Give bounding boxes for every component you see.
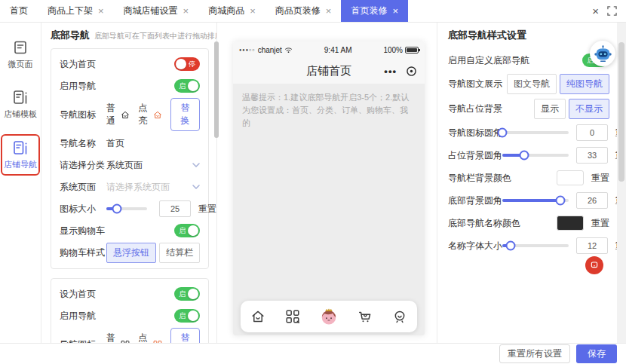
phone-bottom-nav bbox=[241, 301, 417, 332]
nav-item-card-2: 设为首页 启 启用导航 启 导航图标 普通 点亮 替换 bbox=[51, 278, 209, 343]
bottom-radius-input[interactable] bbox=[576, 192, 608, 209]
category-grid-icon-lit bbox=[152, 335, 163, 344]
lit-state-label: 点亮 bbox=[138, 102, 148, 127]
category-grid-icon[interactable] bbox=[284, 308, 301, 325]
icon-radius-slider[interactable] bbox=[502, 131, 569, 134]
icon-size-input[interactable] bbox=[159, 200, 191, 217]
chevron-down-icon[interactable] bbox=[192, 163, 200, 167]
set-home-toggle[interactable]: 启 bbox=[174, 287, 200, 301]
sidebar-item-micro-page[interactable]: 微页面 bbox=[6, 35, 35, 75]
enable-nav-toggle[interactable]: 启 bbox=[174, 79, 200, 93]
miniprogram-capsule: ••• bbox=[384, 58, 417, 84]
tab-mall-shop-settings[interactable]: 商城店铺设置× bbox=[114, 0, 199, 22]
slider-knob[interactable] bbox=[498, 128, 508, 138]
set-home-toggle[interactable]: 停 bbox=[174, 57, 200, 71]
set-home-label: 设为首页 bbox=[60, 288, 106, 301]
name-font-size-input[interactable] bbox=[576, 237, 608, 254]
display-mode-text-image-option[interactable]: 图文导航 bbox=[507, 74, 557, 94]
close-tab-icon[interactable]: × bbox=[98, 6, 104, 16]
placeholder-bg-show-option[interactable]: 显示 bbox=[534, 99, 566, 119]
nav-item-card-1: 设为首页 停 启用导航 启 导航图标 普通 点亮 替换 bbox=[51, 48, 209, 269]
cart-style-floating-option[interactable]: 悬浮按钮 bbox=[106, 243, 156, 263]
assistant-robot-avatar[interactable] bbox=[590, 41, 615, 66]
bottom-nav-list-panel: 底部导航 底部导航可在下面列表中进行拖动排序 设为首页 停 启用导航 启 导航图… bbox=[41, 23, 217, 343]
reset-button[interactable]: 重置 bbox=[591, 217, 609, 230]
cart-style-label: 购物车样式 bbox=[60, 246, 106, 259]
feedback-icon bbox=[588, 259, 600, 271]
window-close-icon[interactable]: × bbox=[592, 5, 599, 17]
signal-dots-icon: ●●●○○ bbox=[239, 47, 256, 52]
cart-icon[interactable] bbox=[357, 308, 373, 325]
close-tab-icon[interactable]: × bbox=[326, 6, 332, 16]
icon-radius-input[interactable] bbox=[576, 124, 608, 141]
close-tab-icon[interactable]: × bbox=[250, 6, 256, 16]
tab-product-page-decoration[interactable]: 商品页装修× bbox=[265, 0, 342, 22]
battery-icon bbox=[405, 47, 419, 54]
replace-icon-button[interactable]: 替换 bbox=[170, 328, 200, 343]
chevron-down-icon[interactable] bbox=[192, 185, 200, 189]
panel-subtitle: 底部导航可在下面列表中进行拖动排序 bbox=[94, 31, 217, 41]
tab-bar: 首页 商品上下架× 商城店铺设置× 商城商品× 商品页装修× 首页装修× × bbox=[0, 0, 626, 23]
home-icon[interactable] bbox=[250, 308, 266, 325]
sidebar-item-shop-template[interactable]: 店铺模板 bbox=[2, 84, 39, 124]
robot-icon bbox=[593, 44, 613, 64]
feedback-float-button[interactable] bbox=[585, 256, 603, 274]
capsule-target-icon[interactable] bbox=[406, 66, 417, 77]
close-tab-icon[interactable]: × bbox=[183, 6, 189, 16]
nav-name-color-swatch[interactable] bbox=[557, 216, 584, 231]
icon-size-slider[interactable] bbox=[106, 207, 147, 210]
enable-custom-nav-label: 启用自定义底部导航 bbox=[448, 54, 582, 67]
reset-button[interactable]: 重置 bbox=[198, 203, 216, 216]
shop-template-icon bbox=[12, 89, 29, 106]
style-panel-title: 底部导航样式设置 bbox=[448, 29, 612, 42]
phone-preview-area: ●●●○○ chanjet 9:41 AM 100% 店铺首页 ••• bbox=[217, 23, 437, 343]
nav-name-value[interactable]: 首页 bbox=[106, 137, 124, 150]
save-button[interactable]: 保存 bbox=[576, 344, 617, 363]
window-scrollbar-thumb[interactable] bbox=[618, 42, 624, 182]
reset-all-settings-button[interactable]: 重置所有设置 bbox=[499, 344, 570, 363]
tab-goods-listing[interactable]: 商品上下架× bbox=[38, 0, 114, 22]
phone-status-bar: ●●●○○ chanjet 9:41 AM 100% bbox=[233, 41, 425, 58]
tab-homepage-decoration[interactable]: 首页装修× bbox=[341, 0, 408, 22]
close-tab-icon[interactable]: × bbox=[392, 6, 398, 16]
placeholder-radius-input[interactable] bbox=[576, 147, 608, 164]
battery-percent: 100% bbox=[383, 46, 403, 54]
bottom-nav-style-panel: 底部导航样式设置 启用自定义底部导航 启 导航图文展示 图文导航 纯图导航 导航… bbox=[437, 23, 617, 343]
category-select-value[interactable]: 系统页面 bbox=[106, 159, 143, 172]
status-time: 9:41 AM bbox=[324, 46, 352, 54]
placeholder-radius-slider[interactable] bbox=[502, 154, 569, 157]
show-cart-toggle[interactable]: 启 bbox=[174, 224, 200, 237]
profile-icon[interactable] bbox=[391, 308, 408, 325]
slider-knob[interactable] bbox=[112, 204, 121, 214]
system-page-select[interactable]: 请选择系统页面 bbox=[106, 181, 170, 194]
fullscreen-icon[interactable] bbox=[607, 6, 617, 16]
shop-navigation-icon bbox=[12, 139, 29, 156]
slider-knob[interactable] bbox=[506, 241, 516, 251]
replace-icon-button[interactable]: 替换 bbox=[170, 98, 200, 131]
carrier-text: chanjet bbox=[258, 46, 282, 54]
tab-mall-goods[interactable]: 商城商品× bbox=[198, 0, 265, 22]
display-mode-image-only-option[interactable]: 纯图导航 bbox=[560, 74, 609, 94]
icon-size-label: 图标大小 bbox=[60, 203, 106, 216]
cart-style-settle-option[interactable]: 结算栏 bbox=[159, 243, 200, 263]
more-dots-icon[interactable]: ••• bbox=[384, 66, 397, 76]
slider-knob[interactable] bbox=[555, 196, 565, 206]
phone-page-title: 店铺首页 bbox=[306, 64, 351, 78]
sidebar-item-shop-navigation[interactable]: 店铺导航 bbox=[1, 134, 40, 176]
bottom-radius-slider[interactable] bbox=[502, 199, 569, 202]
name-font-size-slider[interactable] bbox=[502, 244, 569, 247]
avatar-image[interactable] bbox=[319, 307, 339, 326]
navbar-bg-color-swatch[interactable] bbox=[557, 170, 584, 185]
lit-state-label: 点亮 bbox=[138, 332, 148, 343]
slider-knob[interactable] bbox=[520, 151, 529, 161]
category-select-label: 请选择分类 bbox=[60, 159, 106, 172]
window-scrollbar-track[interactable] bbox=[617, 23, 626, 343]
bottom-radius-label: 底部背景圆角 bbox=[448, 194, 502, 207]
normal-state-label: 普通 bbox=[106, 332, 116, 343]
reset-button[interactable]: 重置 bbox=[591, 172, 609, 185]
placeholder-bg-hide-option[interactable]: 不显示 bbox=[569, 99, 609, 119]
left-panel-scrollbar[interactable] bbox=[214, 41, 219, 138]
tab-home[interactable]: 首页 bbox=[0, 0, 38, 22]
enable-nav-toggle[interactable]: 启 bbox=[174, 309, 200, 323]
show-cart-label: 显示购物车 bbox=[60, 225, 106, 237]
